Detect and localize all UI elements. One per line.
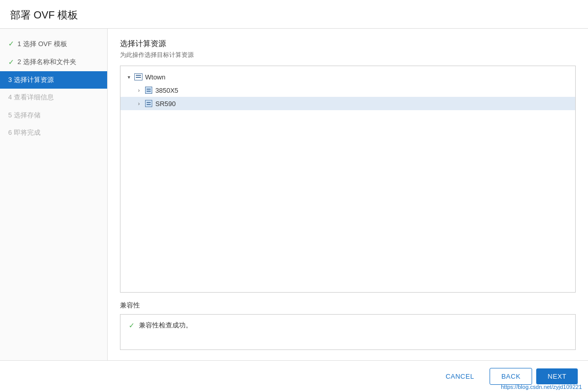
resource-tree[interactable]: ▾ Wtown › 3850X5 ›	[120, 66, 576, 293]
tree-label-3850x5: 3850X5	[155, 87, 178, 94]
compat-section: 兼容性 ✓ 兼容性检查成功。	[120, 301, 576, 350]
tree-toggle-wtown[interactable]: ▾	[125, 73, 133, 81]
sidebar-item-step1[interactable]: ✓ 1 选择 OVF 模板	[0, 35, 107, 53]
section-title: 选择计算资源	[120, 39, 576, 49]
tree-label-sr590: SR590	[155, 100, 176, 108]
sidebar-label-step5: 5 选择存储	[8, 111, 40, 120]
tree-toggle-sr590[interactable]: ›	[135, 99, 143, 108]
sidebar-label-step2: 2 选择名称和文件夹	[17, 57, 76, 67]
sidebar-item-step4: 4 查看详细信息	[0, 89, 107, 106]
sidebar-label-step4: 4 查看详细信息	[8, 93, 54, 102]
tree-item-sr590[interactable]: › SR590	[120, 97, 575, 110]
url-hint: https://blog.csdn.net/zyjd109221	[501, 384, 582, 390]
datacenter-icon	[134, 73, 143, 81]
cancel-button[interactable]: CANCEL	[434, 368, 485, 384]
server-icon-3850x5	[144, 86, 153, 94]
compat-check-icon: ✓	[129, 321, 135, 329]
dialog-title: 部署 OVF 模板	[10, 8, 578, 22]
compat-message: 兼容性检查成功。	[139, 321, 192, 330]
sidebar-label-step1: 1 选择 OVF 模板	[17, 39, 67, 49]
dialog: 部署 OVF 模板 ✓ 1 选择 OVF 模板 ✓ 2 选择名称和文件夹 3 选…	[0, 0, 588, 392]
sidebar-label-step6: 6 即将完成	[8, 128, 40, 137]
back-button[interactable]: BACK	[490, 368, 532, 385]
server-icon-sr590	[144, 99, 153, 108]
compat-title: 兼容性	[120, 301, 576, 310]
compat-box: ✓ 兼容性检查成功。	[120, 314, 576, 350]
next-button[interactable]: NEXT	[536, 368, 578, 384]
dialog-header: 部署 OVF 模板	[0, 0, 588, 29]
section-subtitle: 为此操作选择目标计算资源	[120, 51, 576, 59]
tree-toggle-3850x5[interactable]: ›	[135, 86, 143, 94]
sidebar-item-step6: 6 即将完成	[0, 124, 107, 141]
tree-label-wtown: Wtown	[145, 73, 166, 81]
dialog-body: ✓ 1 选择 OVF 模板 ✓ 2 选择名称和文件夹 3 选择计算资源 4 查看…	[0, 29, 588, 360]
sidebar-item-step3[interactable]: 3 选择计算资源	[0, 71, 107, 89]
sidebar-label-step3: 3 选择计算资源	[8, 75, 54, 85]
sidebar-item-step5: 5 选择存储	[0, 107, 107, 124]
checkmark-icon-1: ✓	[8, 39, 14, 49]
sidebar: ✓ 1 选择 OVF 模板 ✓ 2 选择名称和文件夹 3 选择计算资源 4 查看…	[0, 29, 108, 360]
checkmark-icon-2: ✓	[8, 57, 14, 68]
main-content: 选择计算资源 为此操作选择目标计算资源 ▾ Wtown ›	[108, 29, 588, 360]
tree-item-wtown[interactable]: ▾ Wtown	[120, 70, 575, 84]
tree-item-3850x5[interactable]: › 3850X5	[120, 84, 575, 97]
sidebar-item-step2[interactable]: ✓ 2 选择名称和文件夹	[0, 53, 107, 72]
dialog-footer: CANCEL BACK NEXT	[0, 360, 588, 392]
